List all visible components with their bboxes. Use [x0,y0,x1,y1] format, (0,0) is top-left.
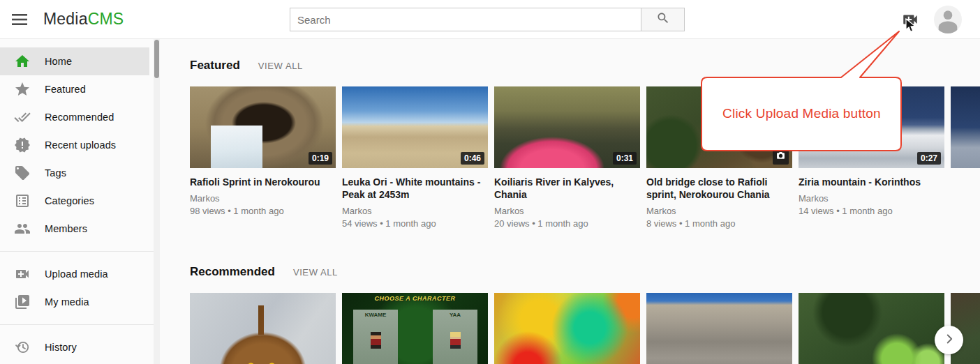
duration-badge: 0:46 [461,152,484,165]
history-icon [14,339,31,356]
new-releases-icon [14,137,31,153]
video-thumbnail[interactable] [190,293,336,364]
sidebar-item-label: My media [45,296,89,308]
media-card: CHOOSE A CHARACTER KWAME YAA Selected Se… [342,293,488,364]
section-title: Featured [190,59,240,73]
video-author[interactable]: Markos [342,206,488,216]
thumbnail-text: CHOOSE A CHARACTER [342,295,488,302]
sidebar-scrollbar[interactable] [154,39,160,364]
sidebar-item-members[interactable]: Members [0,215,149,243]
scrollbar-thumb[interactable] [154,40,159,78]
star-icon [14,81,31,98]
sidebar-item-label: Featured [45,84,86,95]
my-media-icon [14,294,31,310]
duration-badge: 0:31 [613,152,637,165]
sidebar: Home Featured Recommended Recent uploads… [0,39,154,364]
video-thumbnail[interactable] [494,293,640,364]
duration-badge: 0:19 [309,152,332,165]
search-input[interactable] [290,8,641,31]
upload-media-icon [14,266,31,282]
video-title[interactable]: Rafioli Sprint in Nerokourou [190,176,336,188]
sidebar-item-home[interactable]: Home [0,47,149,75]
section-recommended: Recommended VIEW ALL CHOOSE A CHARACTER … [190,265,980,364]
home-icon [14,53,31,70]
thumbnail-text: YAA [433,312,477,318]
menu-icon[interactable] [10,11,29,28]
media-card: 0:31 Koiliaris River in Kalyves, Chania … [494,86,640,229]
sidebar-item-label: Recent uploads [45,139,116,151]
user-avatar[interactable] [934,6,962,33]
app-logo[interactable]: MediaCMS [43,10,124,29]
callout-text: Click Upload Media button [701,77,902,150]
sidebar-item-featured[interactable]: Featured [0,75,149,103]
video-thumbnail[interactable] [646,293,792,364]
media-card [190,293,336,364]
media-card [494,293,640,364]
duration-badge: 0:27 [917,152,941,165]
search-button[interactable] [641,8,685,31]
video-thumbnail[interactable]: 0:46 [342,86,488,168]
sidebar-item-my-media[interactable]: My media [0,288,149,316]
video-title[interactable]: Old bridge close to Rafioli sprint, Nero… [646,176,792,201]
section-title: Recommended [190,265,275,279]
video-meta: 54 views • 1 month ago [342,218,488,229]
sidebar-item-categories[interactable]: Categories [0,187,149,215]
sidebar-item-history[interactable]: History [0,333,149,361]
video-meta: 20 views • 1 month ago [494,218,640,229]
video-thumbnail[interactable] [951,86,980,168]
video-thumbnail[interactable]: CHOOSE A CHARACTER KWAME YAA Selected Se… [342,293,488,364]
logo-cms: CMS [88,10,124,28]
sidebar-item-recommended[interactable]: Recommended [0,103,149,131]
video-meta: 14 views • 1 month ago [799,206,944,216]
video-title[interactable]: Leuka Ori - White mountains - Peak at 24… [342,176,488,201]
top-bar: MediaCMS [0,0,980,39]
video-author[interactable]: Markos [646,206,792,216]
video-thumbnail[interactable]: 0:31 [494,86,640,168]
chevron-right-icon [942,331,957,349]
sidebar-item-recent-uploads[interactable]: Recent uploads [0,131,149,159]
sidebar-item-label: Members [45,223,87,234]
video-thumbnail[interactable]: 0:19 [190,86,336,168]
media-card [646,293,792,364]
mouse-cursor-icon [905,18,916,36]
sidebar-item-label: Home [45,56,72,67]
tag-icon [14,165,31,181]
sidebar-item-label: Categories [45,195,94,206]
sidebar-item-label: Recommended [45,112,114,123]
view-all-link[interactable]: VIEW ALL [293,267,338,278]
view-all-link[interactable]: VIEW ALL [258,61,303,71]
done-all-icon [14,109,31,126]
camera-icon [776,151,785,162]
video-thumbnail[interactable] [799,293,944,364]
search-icon [656,11,670,28]
search-bar [290,8,685,31]
sidebar-item-label: Upload media [45,268,108,280]
members-icon [14,220,31,237]
photo-badge [773,149,789,165]
media-card-partial [951,86,980,229]
media-card: 0:19 Rafioli Sprint in Nerokourou Markos… [190,86,336,229]
sidebar-item-label: Tags [45,167,66,179]
video-meta: 98 views • 1 month ago [190,206,336,216]
sidebar-item-tags[interactable]: Tags [0,159,149,187]
video-author[interactable]: Markos [494,206,640,216]
video-title[interactable]: Ziria mountain - Korinthos [799,176,944,188]
carousel-next-button[interactable] [935,326,963,354]
media-card [799,293,944,364]
categories-icon [14,192,31,209]
video-meta: 8 views • 1 month ago [646,218,792,229]
video-author[interactable]: Markos [190,193,336,204]
video-author[interactable]: Markos [799,193,944,204]
logo-media: Media [43,10,88,28]
media-card: 0:46 Leuka Ori - White mountains - Peak … [342,86,488,229]
video-title[interactable]: Koiliaris River in Kalyves, Chania [494,176,640,201]
sidebar-item-upload-media[interactable]: Upload media [0,260,149,288]
recommended-row: CHOOSE A CHARACTER KWAME YAA Selected Se… [190,293,980,364]
game-character [371,332,381,349]
game-character [450,332,461,349]
sidebar-item-label: History [45,342,77,353]
thumbnail-text: KWAME [353,312,398,318]
